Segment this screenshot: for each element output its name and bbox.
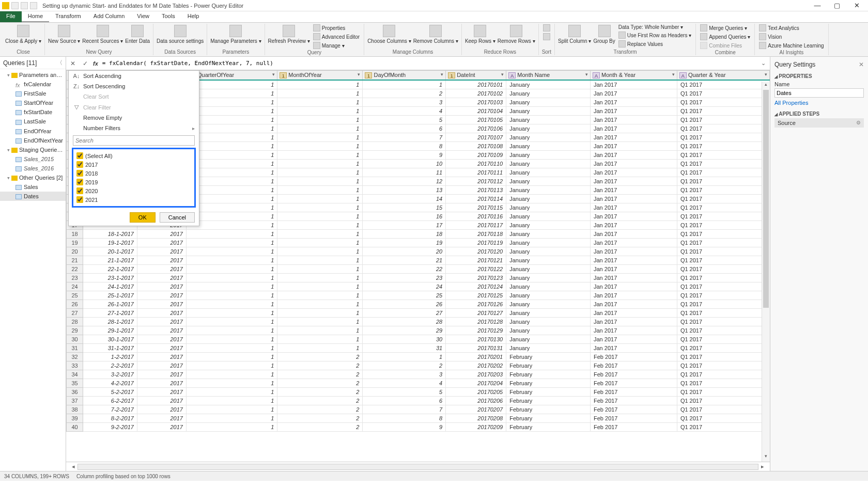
column-header-month-name[interactable]: AMonth Name▾: [506, 71, 591, 81]
filter-value-2018[interactable]: 2018: [75, 169, 193, 178]
remove-empty-item[interactable]: Remove Empty: [69, 113, 199, 123]
table-row[interactable]: 365-2-2017201712520170205FebruaryFeb 201…: [67, 388, 770, 397]
column-filter-arrow[interactable]: ▾: [672, 72, 675, 77]
recent-sources-button[interactable]: Recent Sources ▾: [82, 24, 123, 44]
formula-commit-button[interactable]: ✓: [81, 59, 90, 68]
horizontal-scrollbar[interactable]: ◂ ▸: [66, 462, 770, 471]
column-filter-arrow[interactable]: ▾: [765, 72, 767, 77]
tab-transform[interactable]: Transform: [49, 11, 87, 22]
tab-home[interactable]: Home: [22, 11, 49, 22]
formula-expand-button[interactable]: ⌄: [758, 60, 768, 67]
query-settings-close[interactable]: ✕: [859, 61, 864, 68]
column-filter-arrow[interactable]: ▾: [501, 72, 504, 77]
remove-columns-button[interactable]: Remove Columns ▾: [413, 24, 458, 44]
column-filter-arrow[interactable]: ▾: [585, 72, 588, 77]
column-filter-arrow[interactable]: ▾: [272, 72, 275, 77]
scroll-down-arrow[interactable]: ▾: [762, 453, 770, 462]
table-row[interactable]: 354-2-2017201712420170204FebruaryFeb 201…: [67, 379, 770, 388]
step-gear-icon[interactable]: ⚙: [856, 120, 861, 126]
table-row[interactable]: 2121-1-20172017112120170121JanuaryJan 20…: [67, 256, 770, 265]
applied-step-source[interactable]: Source⚙: [774, 118, 864, 128]
formula-cancel-button[interactable]: ✕: [68, 59, 78, 68]
azure-ml-button[interactable]: Azure Machine Learning: [758, 41, 825, 50]
column-filter-arrow[interactable]: ▾: [441, 72, 443, 77]
remove-rows-button[interactable]: Remove Rows ▾: [498, 24, 535, 44]
query-item-lastsale[interactable]: LastSale: [0, 117, 66, 126]
sort-asc-button[interactable]: [542, 24, 551, 32]
tab-help[interactable]: Help: [181, 11, 206, 22]
maximize-button[interactable]: ▢: [831, 2, 843, 9]
filter-select-all[interactable]: (Select All): [75, 151, 193, 160]
table-row[interactable]: 1919-1-20172017111920170119JanuaryJan 20…: [67, 239, 770, 247]
filter-search-input[interactable]: [73, 135, 195, 146]
vertical-scrollbar[interactable]: ▴ ▾: [762, 82, 770, 462]
table-row[interactable]: 332-2-2017201712220170202FebruaryFeb 201…: [67, 361, 770, 370]
queries-panel-collapse[interactable]: 〈: [57, 59, 63, 67]
filter-cancel-button[interactable]: Cancel: [160, 212, 195, 223]
qat-undo-icon[interactable]: [21, 2, 28, 9]
table-row[interactable]: 3030-1-20172017113020170130JanuaryJan 20…: [67, 335, 770, 344]
vision-button[interactable]: Vision: [758, 33, 825, 41]
manage-parameters-button[interactable]: Manage Parameters ▾: [210, 24, 261, 44]
keep-rows-button[interactable]: Keep Rows ▾: [465, 24, 495, 44]
query-group[interactable]: Other Queries [2]: [0, 173, 66, 182]
scroll-right-arrow[interactable]: ▸: [758, 463, 767, 470]
close-apply-button[interactable]: Close & Apply ▾: [5, 24, 41, 44]
combine-files-button[interactable]: Combine Files: [699, 41, 751, 50]
table-row[interactable]: 2020-1-20172017112020170120JanuaryJan 20…: [67, 247, 770, 256]
sort-ascending-item[interactable]: A↓Sort Ascending: [69, 71, 199, 81]
query-item-firstsale[interactable]: FirstSale: [0, 89, 66, 98]
tab-view[interactable]: View: [131, 11, 156, 22]
new-source-button[interactable]: New Source ▾: [48, 24, 80, 44]
table-row[interactable]: 2626-1-20172017112620170126JanuaryJan 20…: [67, 300, 770, 309]
advanced-editor-button[interactable]: Advanced Editor: [312, 33, 361, 41]
qat-redo-icon[interactable]: [30, 2, 37, 9]
refresh-preview-button[interactable]: Refresh Preview ▾: [268, 24, 310, 44]
first-row-headers-button[interactable]: Use First Row as Headers ▾: [617, 31, 692, 39]
data-source-settings-button[interactable]: Data source settings: [157, 24, 204, 44]
data-type-dropdown[interactable]: Data Type: Whole Number ▾: [617, 24, 692, 30]
scroll-left-arrow[interactable]: ◂: [69, 463, 78, 470]
table-row[interactable]: 3131-1-20172017113120170131JanuaryJan 20…: [67, 344, 770, 353]
table-row[interactable]: 2222-1-20172017112220170122JanuaryJan 20…: [67, 265, 770, 274]
number-filters-item[interactable]: Number Filters▸: [69, 123, 199, 133]
manage-query-button[interactable]: Manage ▾: [312, 41, 361, 50]
column-header-dateint[interactable]: 1DateInt▾: [446, 71, 506, 81]
scroll-up-arrow[interactable]: ▴: [762, 82, 770, 90]
minimize-button[interactable]: —: [811, 2, 824, 9]
enter-data-button[interactable]: Enter Data: [125, 24, 150, 44]
formula-input[interactable]: [101, 59, 755, 68]
replace-values-button[interactable]: Replace Values: [617, 40, 692, 48]
table-row[interactable]: 2828-1-20172017112820170128JanuaryJan 20…: [67, 318, 770, 326]
choose-columns-button[interactable]: Choose Columns ▾: [367, 24, 411, 44]
tab-tools[interactable]: Tools: [156, 11, 181, 22]
filter-value-2019[interactable]: 2019: [75, 178, 193, 186]
split-column-button[interactable]: Split Column ▾: [558, 24, 591, 44]
query-item-endofyear[interactable]: EndOfYear: [0, 127, 66, 136]
filter-value-2020[interactable]: 2020: [75, 186, 193, 195]
sort-descending-item[interactable]: Z↓Sort Descending: [69, 81, 199, 91]
column-header-quarterofyear[interactable]: 1QuarterOfYear▾: [186, 71, 277, 81]
column-header-quarter---year[interactable]: AQuarter & Year▾: [677, 71, 769, 81]
table-row[interactable]: 343-2-2017201712320170203FebruaryFeb 201…: [67, 370, 770, 379]
filter-value-2021[interactable]: 2021: [75, 195, 193, 204]
table-row[interactable]: 2929-1-20172017112920170129JanuaryJan 20…: [67, 326, 770, 335]
table-row[interactable]: 2424-1-20172017112420170124JanuaryJan 20…: [67, 282, 770, 291]
table-row[interactable]: 409-2-2017201712920170209FebruaryFeb 201…: [67, 423, 770, 432]
group-by-button[interactable]: Group By: [593, 24, 615, 44]
properties-button[interactable]: Properties: [312, 24, 361, 32]
merge-queries-button[interactable]: Merge Queries ▾: [699, 24, 751, 32]
column-header-dayofmonth[interactable]: 1DayOfMonth▾: [363, 71, 446, 81]
close-window-button[interactable]: ✕: [850, 2, 863, 9]
query-name-input[interactable]: [774, 88, 864, 98]
tab-file[interactable]: File: [0, 11, 22, 22]
column-header-month---year[interactable]: AMonth & Year▾: [591, 71, 677, 81]
filter-value-2017[interactable]: 2017: [75, 160, 193, 169]
query-item-sales_2016[interactable]: Sales_2016: [0, 164, 66, 173]
table-row[interactable]: 2727-1-20172017112720170127JanuaryJan 20…: [67, 309, 770, 318]
query-item-fxstartdate[interactable]: fxStartDate: [0, 107, 66, 117]
filter-ok-button[interactable]: OK: [130, 212, 156, 223]
append-queries-button[interactable]: Append Queries ▾: [699, 33, 751, 41]
query-item-fxcalendar[interactable]: fxfxCalendar: [0, 80, 66, 89]
text-analytics-button[interactable]: Text Analytics: [758, 24, 825, 32]
